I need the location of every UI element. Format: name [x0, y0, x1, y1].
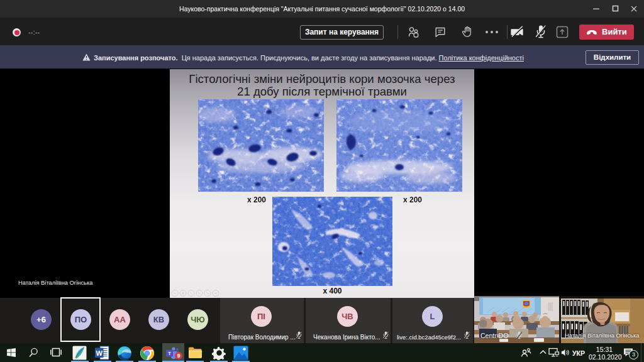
svg-text:W: W [96, 349, 103, 357]
svg-text:T: T [168, 351, 171, 356]
